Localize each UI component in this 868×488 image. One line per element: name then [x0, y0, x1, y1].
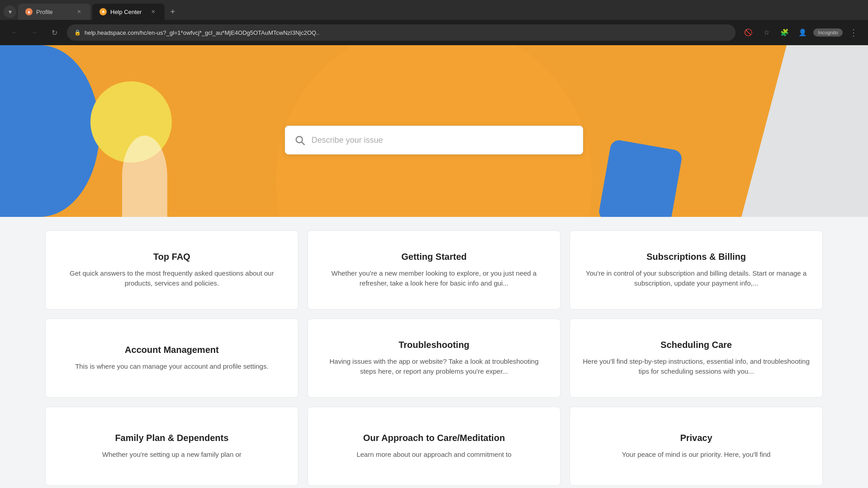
category-title-troubleshooting: Troubleshooting: [399, 340, 470, 350]
extension-icon[interactable]: 🧩: [777, 25, 792, 40]
category-card-family-plan[interactable]: Family Plan & DependentsWhether you're s…: [45, 407, 298, 486]
reload-button[interactable]: ↻: [47, 25, 61, 40]
hero-section: [0, 45, 868, 217]
category-title-subscriptions-billing: Subscriptions & Billing: [646, 252, 746, 262]
category-title-approach-care: Our Approach to Care/Meditation: [363, 433, 505, 443]
categories-grid: Top FAQGet quick answers to the most fre…: [45, 230, 823, 486]
star-icon[interactable]: ☆: [759, 25, 774, 40]
tab-label-profile: Profile: [36, 9, 53, 15]
search-icon: [294, 135, 305, 145]
search-bar[interactable]: [285, 126, 583, 155]
back-button[interactable]: ←: [7, 25, 22, 40]
category-desc-approach-care: Learn more about our approach and commit…: [357, 450, 512, 460]
category-card-privacy[interactable]: PrivacyYour peace of mind is our priorit…: [570, 407, 823, 486]
category-title-account-management: Account Management: [125, 345, 219, 355]
category-title-scheduling-care: Scheduling Care: [660, 340, 732, 350]
category-desc-top-faq: Get quick answers to the most frequently…: [58, 268, 285, 289]
eye-slash-icon[interactable]: 🚫: [741, 25, 755, 40]
category-card-troubleshooting[interactable]: TroubleshootingHaving issues with the ap…: [307, 319, 561, 398]
category-card-scheduling-care[interactable]: Scheduling CareHere you'll find step-by-…: [570, 319, 823, 398]
category-desc-family-plan: Whether you're setting up a new family p…: [102, 450, 241, 460]
category-desc-privacy: Your peace of mind is our priority. Here…: [622, 450, 771, 460]
tab-close-help[interactable]: ✕: [149, 8, 157, 16]
omnibar: ← → ↻ 🔒 help.headspace.com/hc/en-us?_gl=…: [0, 20, 868, 45]
browser-chrome: ▾ ● Profile ✕ ✦ Help Center ✕ + ← → ↻ 🔒 …: [0, 0, 868, 45]
tab-favicon-profile: ●: [25, 8, 33, 15]
browser-menu[interactable]: ⋮: [846, 25, 861, 40]
category-title-getting-started: Getting Started: [401, 252, 467, 262]
tab-profile[interactable]: ● Profile ✕: [18, 4, 90, 20]
category-desc-account-management: This is where you can manage your accoun…: [75, 361, 269, 372]
tab-close-profile[interactable]: ✕: [75, 8, 83, 16]
category-desc-getting-started: Whether you're a new member looking to e…: [321, 268, 547, 289]
tab-bar: ▾ ● Profile ✕ ✦ Help Center ✕ +: [0, 0, 868, 20]
category-card-top-faq[interactable]: Top FAQGet quick answers to the most fre…: [45, 230, 298, 310]
tab-help[interactable]: ✦ Help Center ✕: [92, 4, 165, 20]
category-card-subscriptions-billing[interactable]: Subscriptions & BillingYou're in control…: [570, 230, 823, 310]
url-text: help.headspace.com/hc/en-us?_gl=1*owfvcj…: [85, 29, 320, 36]
category-card-getting-started[interactable]: Getting StartedWhether you're a new memb…: [307, 230, 561, 310]
category-card-approach-care[interactable]: Our Approach to Care/MeditationLearn mor…: [307, 407, 561, 486]
tab-favicon-help: ✦: [99, 8, 107, 15]
tab-arrow-dropdown[interactable]: ▾: [4, 5, 16, 18]
categories-section: Top FAQGet quick answers to the most fre…: [0, 217, 868, 486]
page-content: Top FAQGet quick answers to the most fre…: [0, 45, 868, 488]
profile-icon[interactable]: 👤: [795, 25, 810, 40]
category-card-account-management[interactable]: Account ManagementThis is where you can …: [45, 319, 298, 398]
forward-button[interactable]: →: [27, 25, 42, 40]
category-desc-scheduling-care: Here you'll find step-by-step instructio…: [583, 357, 810, 377]
omnibar-actions: 🚫 ☆ 🧩 👤 Incognito ⋮: [741, 25, 861, 40]
tab-label-help: Help Center: [110, 9, 142, 15]
category-desc-subscriptions-billing: You're in control of your subscription a…: [583, 268, 810, 289]
hero-content: [0, 45, 868, 217]
svg-line-1: [302, 142, 305, 145]
category-title-family-plan: Family Plan & Dependents: [115, 433, 228, 443]
category-title-top-faq: Top FAQ: [153, 252, 190, 262]
category-desc-troubleshooting: Having issues with the app or website? T…: [321, 357, 547, 377]
incognito-badge[interactable]: Incognito: [813, 28, 843, 37]
category-title-privacy: Privacy: [680, 433, 712, 443]
search-input[interactable]: [311, 136, 574, 145]
url-lock-icon: 🔒: [74, 29, 81, 36]
url-bar[interactable]: 🔒 help.headspace.com/hc/en-us?_gl=1*owfv…: [67, 24, 736, 41]
new-tab-button[interactable]: +: [166, 5, 179, 18]
